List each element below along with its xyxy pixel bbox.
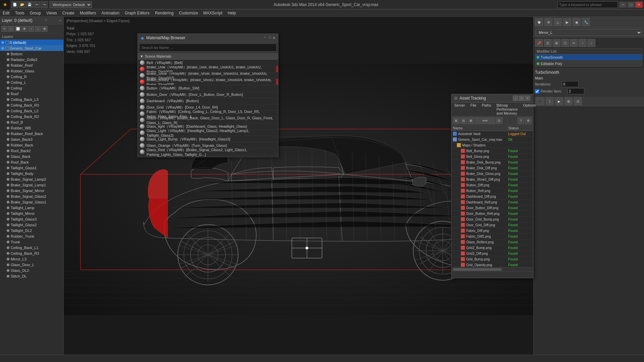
list-item[interactable]: Rubber_Back: [5, 142, 63, 148]
at-row[interactable]: Grid2_Bump.png Found: [451, 245, 533, 251]
list-item[interactable]: Ceiling_Back_L3: [5, 97, 63, 102]
at-col-name[interactable]: Name: [453, 126, 508, 130]
menu-modifiers[interactable]: Modifiers: [77, 9, 99, 17]
mat-item[interactable]: Belt（VRayMtl）[Belt]: [138, 60, 278, 66]
at-col-status[interactable]: Status: [508, 126, 532, 130]
at-row[interactable]: Door_Grid_Bump.png Found: [451, 217, 533, 222]
at-row[interactable]: Button_Diff.png Found: [451, 182, 533, 188]
at-menu-file[interactable]: File: [468, 103, 479, 116]
list-item[interactable]: Salon_Back3: [5, 136, 63, 142]
render-btn-4[interactable]: ⊞: [565, 97, 573, 105]
list-item[interactable]: Taillight_DL2: [5, 228, 63, 233]
rp-icon-5[interactable]: ◉: [573, 18, 581, 26]
layer-item-default[interactable]: 0 (default): [0, 40, 63, 45]
layer-close[interactable]: ×: [59, 18, 61, 22]
modifier-entry-editable-poly[interactable]: Editable Poly: [535, 61, 643, 67]
list-item[interactable]: Taillight_Mirror: [5, 210, 63, 216]
list-item[interactable]: Bottom: [5, 51, 63, 57]
mod-btn-6[interactable]: ↑: [579, 39, 587, 47]
menu-edit[interactable]: Edit: [0, 9, 12, 17]
at-row[interactable]: Maps / Shaders: [451, 142, 533, 148]
at-row[interactable]: Fabric_Diff2.png Found: [451, 234, 533, 239]
at-row[interactable]: Belt_Bump.png Found: [451, 148, 533, 154]
mod-btn-7[interactable]: ↓: [587, 39, 595, 47]
at-row[interactable]: Autodesk Vault Logged Out: [451, 131, 533, 137]
rp-icon-1[interactable]: ⬟: [535, 18, 543, 26]
list-item[interactable]: Radiator_Grille2: [5, 57, 63, 62]
at-menu-paths[interactable]: Paths: [479, 103, 494, 116]
at-row[interactable]: Dashboard_Diff.png Found: [451, 194, 533, 199]
ts-render-iters-input[interactable]: [568, 88, 584, 94]
close-btn[interactable]: ×: [635, 2, 643, 8]
workspace-selector[interactable]: Workspace: Default: [50, 1, 92, 8]
layer-freeze[interactable]: ❄: [21, 26, 28, 32]
rp-icon-3[interactable]: △: [554, 18, 562, 26]
at-menu-server[interactable]: Server: [451, 103, 468, 116]
list-item[interactable]: Rubber_Glass: [5, 68, 63, 74]
menu-tools[interactable]: Tools: [12, 9, 27, 17]
list-item[interactable]: Mirror_L3: [5, 256, 63, 262]
toolbar-new[interactable]: 📄: [11, 1, 18, 8]
list-item[interactable]: Brake_Signal_Glass1: [5, 199, 63, 205]
menu-rendering[interactable]: Rendering: [152, 9, 176, 17]
list-item[interactable]: Brake_Signal_Lamp1: [5, 182, 63, 188]
at-settings-btn[interactable]: ⚙: [525, 117, 532, 124]
layer-help[interactable]: ?: [45, 18, 47, 22]
mat-item[interactable]: Glass_Red（VRayMtl）[Brake_Signal_Glass2, …: [138, 149, 278, 155]
at-row[interactable]: Dashboard_Refl.png Found: [451, 199, 533, 205]
list-item[interactable]: Ceiling: [5, 85, 63, 91]
list-item[interactable]: Glass_Back: [5, 154, 63, 159]
at-maximize-btn[interactable]: □: [519, 96, 524, 101]
modifier-entry-turbosmooth[interactable]: TurboSmooth: [535, 54, 643, 60]
mat-item[interactable]: Glass_Light（VRayMtl）[Headlight_Glass2, H…: [138, 130, 278, 136]
at-row[interactable]: Brake_Disk_Gloss.png Found: [451, 171, 533, 177]
at-row[interactable]: Grid2_Diff.png Found: [451, 251, 533, 256]
minimize-btn[interactable]: −: [619, 2, 627, 8]
search-input[interactable]: [557, 1, 618, 8]
at-row[interactable]: Grid_Bump.png Found: [451, 256, 533, 262]
list-item[interactable]: Glass_DL2: [5, 267, 63, 273]
menu-customize[interactable]: Customize: [176, 9, 201, 17]
render-btn-2[interactable]: |: [546, 97, 554, 105]
render-btn-5[interactable]: ⊡: [574, 97, 582, 105]
rp-icon-2[interactable]: ⚙: [544, 18, 552, 26]
list-item[interactable]: Ceiling_Back_R3: [5, 102, 63, 108]
mod-btn-2[interactable]: ⊡: [544, 39, 552, 47]
layer-settings[interactable]: ⚙: [42, 26, 48, 32]
mat-item[interactable]: Brake_Shoe（VRayMtl）[Brake_Shoe, Brake_Sh…: [138, 72, 278, 79]
menu-animation[interactable]: Animation: [99, 9, 122, 17]
layer-hide[interactable]: ⬜: [15, 26, 21, 32]
at-tool-5[interactable]: ⊡: [496, 117, 502, 124]
at-row[interactable]: Grid_Opacity.png Found: [451, 262, 533, 267]
menu-views[interactable]: Views: [44, 9, 60, 17]
rp-icon-6[interactable]: 🔧: [582, 18, 590, 26]
list-item[interactable]: Taillight_Lamp: [5, 205, 63, 210]
layer-checkbox[interactable]: [5, 47, 9, 50]
menu-graph-editors[interactable]: Graph Editors: [122, 9, 152, 17]
maximize-btn[interactable]: □: [627, 2, 635, 8]
rp-icon-4[interactable]: ▶: [563, 18, 571, 26]
mat-item[interactable]: Brake_Disk（VRayMtl）[Brake_Disk, Brake_Di…: [138, 66, 278, 72]
mod-pin-btn[interactable]: 📌: [535, 39, 543, 47]
list-item[interactable]: Rubber_Roof_Back: [5, 131, 63, 136]
list-item[interactable]: Taillight_Glass3: [5, 216, 63, 222]
list-item[interactable]: Rubber_WB: [5, 125, 63, 131]
mat-list-header[interactable]: ▼ Scene Materials: [138, 53, 278, 60]
at-row[interactable]: Door_Button_Refl.png Found: [451, 211, 533, 217]
mat-browser-maximize[interactable]: □: [268, 35, 272, 41]
list-item[interactable]: Roof_B: [5, 119, 63, 125]
menu-help[interactable]: Help: [225, 9, 239, 17]
mod-btn-4[interactable]: ⬡: [561, 39, 569, 47]
list-item[interactable]: Rubber_Roof: [5, 62, 63, 68]
list-item[interactable]: Roof_Back: [5, 159, 63, 165]
list-item[interactable]: Brake_Signal_Glass2: [5, 193, 63, 199]
at-row[interactable]: Glass_Reflect.png Found: [451, 239, 533, 245]
at-row[interactable]: Fabric_Diff.png Found: [451, 228, 533, 234]
toolbar-save[interactable]: 💾: [26, 1, 33, 8]
at-menu-options[interactable]: Options: [520, 103, 538, 116]
toolbar-redo[interactable]: ↪: [41, 1, 48, 8]
render-btn-3[interactable]: ▶: [555, 97, 563, 105]
layer-add[interactable]: +: [1, 26, 7, 32]
list-item[interactable]: Taillight_Body: [5, 171, 63, 176]
at-row[interactable]: Brake_Disk_Diff.png Found: [451, 165, 533, 171]
